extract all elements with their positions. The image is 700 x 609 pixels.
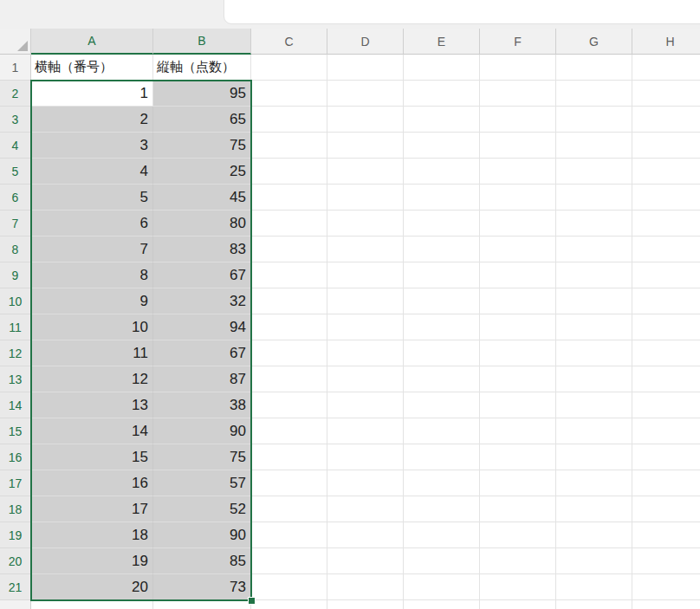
row-header-13[interactable]: 13	[0, 366, 31, 392]
cell-E10[interactable]	[404, 288, 480, 314]
cell-B13[interactable]: 87	[153, 366, 251, 392]
cell-C17[interactable]	[251, 470, 327, 496]
cell-E11[interactable]	[404, 314, 480, 340]
cell-D1[interactable]	[327, 55, 404, 81]
cell-D12[interactable]	[327, 340, 404, 366]
column-header-B[interactable]: B	[153, 29, 251, 55]
row-header-4[interactable]: 4	[0, 133, 31, 159]
cell-D7[interactable]	[327, 211, 404, 236]
cell-G22[interactable]	[556, 600, 632, 609]
cell-F1[interactable]	[480, 55, 556, 81]
cell-G1[interactable]	[556, 55, 632, 81]
cell-E12[interactable]	[404, 340, 480, 366]
cell-C8[interactable]	[251, 236, 327, 262]
cell-B4[interactable]: 75	[153, 133, 251, 159]
cell-B16[interactable]: 75	[153, 444, 251, 470]
cell-H8[interactable]	[632, 236, 700, 262]
cell-G6[interactable]	[556, 185, 632, 211]
cell-F16[interactable]	[480, 444, 556, 470]
cell-H13[interactable]	[632, 366, 700, 392]
cell-A20[interactable]: 19	[31, 548, 153, 574]
row-header-21[interactable]: 21	[0, 574, 31, 600]
cell-B9[interactable]: 67	[153, 262, 251, 288]
cell-F15[interactable]	[480, 418, 556, 444]
formula-bar[interactable]	[224, 0, 700, 24]
cell-B11[interactable]: 94	[153, 314, 251, 340]
row-header-16[interactable]: 16	[0, 444, 31, 470]
cell-D20[interactable]	[327, 548, 404, 574]
row-header-5[interactable]: 5	[0, 159, 31, 185]
cell-C1[interactable]	[251, 55, 327, 81]
cell-E13[interactable]	[404, 366, 480, 392]
cell-F8[interactable]	[480, 236, 556, 262]
cell-C19[interactable]	[251, 522, 327, 548]
cell-C13[interactable]	[251, 366, 327, 392]
cell-H5[interactable]	[632, 159, 700, 185]
cell-D3[interactable]	[327, 107, 404, 133]
cell-A18[interactable]: 17	[31, 496, 153, 522]
cell-B14[interactable]: 38	[153, 392, 251, 418]
cell-D14[interactable]	[327, 392, 404, 418]
cell-G12[interactable]	[556, 340, 632, 366]
cell-B10[interactable]: 32	[153, 288, 251, 314]
cell-E6[interactable]	[404, 185, 480, 211]
cell-A9[interactable]: 8	[31, 262, 153, 288]
cell-D15[interactable]	[327, 418, 404, 444]
cell-E5[interactable]	[404, 159, 480, 185]
cell-F19[interactable]	[480, 522, 556, 548]
cell-C4[interactable]	[251, 133, 327, 159]
cell-H21[interactable]	[632, 574, 700, 600]
cell-B15[interactable]: 90	[153, 418, 251, 444]
cell-H22[interactable]	[632, 600, 700, 609]
cell-A15[interactable]: 14	[31, 418, 153, 444]
row-header-18[interactable]: 18	[0, 496, 31, 522]
cell-B22[interactable]	[153, 600, 251, 609]
cell-B7[interactable]: 80	[153, 211, 251, 236]
cell-E1[interactable]	[404, 55, 480, 81]
cell-C5[interactable]	[251, 159, 327, 185]
cell-B21[interactable]: 73	[153, 574, 251, 600]
row-header-9[interactable]: 9	[0, 262, 31, 288]
row-header-15[interactable]: 15	[0, 418, 31, 444]
row-header-14[interactable]: 14	[0, 392, 31, 418]
cell-B8[interactable]: 83	[153, 236, 251, 262]
cell-E16[interactable]	[404, 444, 480, 470]
cell-A12[interactable]: 11	[31, 340, 153, 366]
row-header-3[interactable]: 3	[0, 107, 31, 133]
cell-A16[interactable]: 15	[31, 444, 153, 470]
cell-G8[interactable]	[556, 236, 632, 262]
cell-D2[interactable]	[327, 81, 404, 107]
cell-G3[interactable]	[556, 107, 632, 133]
row-header-7[interactable]: 7	[0, 211, 31, 236]
cell-B20[interactable]: 85	[153, 548, 251, 574]
cell-C10[interactable]	[251, 288, 327, 314]
cell-A13[interactable]: 12	[31, 366, 153, 392]
cell-H14[interactable]	[632, 392, 700, 418]
cell-G19[interactable]	[556, 522, 632, 548]
cell-A4[interactable]: 3	[31, 133, 153, 159]
cell-F17[interactable]	[480, 470, 556, 496]
cell-F7[interactable]	[480, 211, 556, 236]
fill-handle[interactable]	[248, 597, 256, 605]
column-header-A[interactable]: A	[31, 29, 153, 55]
cell-B5[interactable]: 25	[153, 159, 251, 185]
cell-G17[interactable]	[556, 470, 632, 496]
row-header-6[interactable]: 6	[0, 185, 31, 211]
cell-F18[interactable]	[480, 496, 556, 522]
cell-C15[interactable]	[251, 418, 327, 444]
cell-G7[interactable]	[556, 211, 632, 236]
column-header-D[interactable]: D	[327, 29, 404, 55]
cell-D17[interactable]	[327, 470, 404, 496]
cell-E20[interactable]	[404, 548, 480, 574]
cell-F9[interactable]	[480, 262, 556, 288]
cell-C7[interactable]	[251, 211, 327, 236]
cell-G9[interactable]	[556, 262, 632, 288]
cell-A2[interactable]: 1	[31, 81, 153, 107]
cell-A8[interactable]: 7	[31, 236, 153, 262]
cell-B17[interactable]: 57	[153, 470, 251, 496]
cell-D13[interactable]	[327, 366, 404, 392]
cell-H1[interactable]	[632, 55, 700, 81]
row-header-1[interactable]: 1	[0, 55, 31, 81]
cell-E3[interactable]	[404, 107, 480, 133]
cell-A5[interactable]: 4	[31, 159, 153, 185]
